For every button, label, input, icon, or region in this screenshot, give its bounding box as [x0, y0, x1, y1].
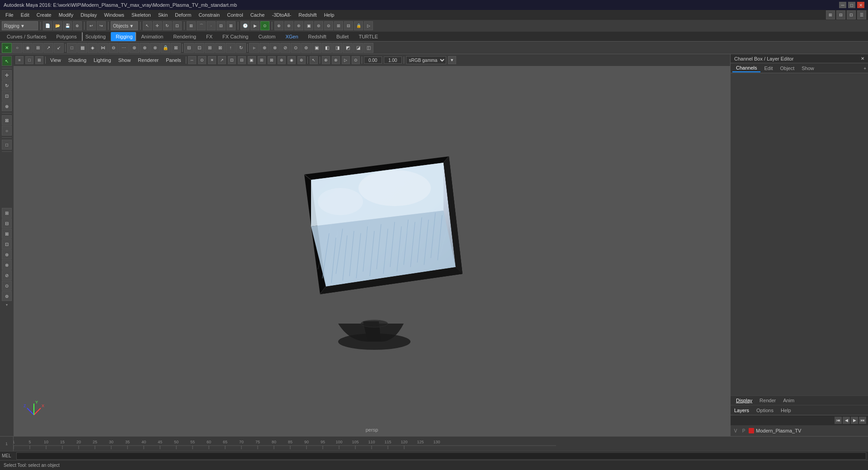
tb2-move-btn[interactable]: ↑	[226, 43, 236, 53]
tb2-xform-btn[interactable]: ⊠	[171, 43, 181, 53]
vp-icon13[interactable]: ↖	[310, 56, 318, 64]
vp-icon7[interactable]: ▣	[248, 56, 256, 64]
tool-extra[interactable]: ▼	[5, 303, 9, 306]
extra-btn9[interactable]: 🔒	[354, 21, 363, 30]
extra-btn6[interactable]: ⊝	[324, 21, 333, 30]
layer-next-btn[interactable]: ▶	[851, 417, 858, 424]
vp-menu-lighting[interactable]: Lighting	[91, 56, 114, 64]
tb2-nurbs-btn[interactable]: ⋯	[119, 43, 129, 53]
rp-tab-edit[interactable]: Edit	[760, 65, 776, 72]
render-btn[interactable]: ▶	[250, 21, 259, 30]
extra-btn5[interactable]: ⊜	[314, 21, 323, 30]
vp-icon2[interactable]: ⊙	[198, 56, 206, 64]
menu-control[interactable]: Control	[223, 11, 246, 19]
move-tool-btn[interactable]: ✛	[153, 21, 162, 30]
layout-icon-3[interactable]: ⊡	[847, 10, 856, 19]
menu-3dtall[interactable]: -3DtoAll-	[268, 11, 295, 19]
tb2-extra7[interactable]: ▣	[311, 43, 321, 53]
layer-icon-4[interactable]: ⊡	[2, 239, 12, 249]
rp-close-btn[interactable]: ✕	[861, 56, 864, 61]
snap-surface-btn[interactable]: ⊠	[226, 21, 236, 30]
layer-v[interactable]: V	[732, 428, 739, 433]
color-space-dropdown[interactable]: sRGB gamma	[406, 56, 446, 64]
tab-turtle[interactable]: TURTLE	[354, 32, 383, 41]
tool-rotate[interactable]: ↻	[2, 80, 12, 90]
snap-point-btn[interactable]: ·	[207, 21, 216, 30]
menu-skin[interactable]: Skin	[155, 11, 171, 19]
tb2-extra9[interactable]: ◨	[332, 43, 342, 53]
mode-dropdown[interactable]: Rigging ▼	[2, 21, 38, 30]
layer-icon-6[interactable]: ⊗	[2, 260, 12, 270]
layer-p[interactable]: P	[741, 428, 747, 433]
tb2-cam-btn[interactable]: □	[67, 43, 77, 53]
tb2-v1-btn[interactable]: ⊟	[184, 43, 194, 53]
tab-fx[interactable]: FX	[201, 32, 217, 41]
tb2-light-btn[interactable]: ◈	[88, 43, 98, 53]
tab-custom[interactable]: Custom	[254, 32, 281, 41]
vp-color-btn[interactable]: ▼	[448, 56, 456, 64]
layer-icon-8[interactable]: ⊙	[2, 281, 12, 291]
tab-rendering[interactable]: Rendering	[168, 32, 201, 41]
tb2-extra12[interactable]: ◫	[363, 43, 373, 53]
layer-icon-9[interactable]: ⊚	[2, 291, 12, 301]
rp-tab-object[interactable]: Object	[776, 65, 798, 72]
save-file-btn[interactable]: 💾	[63, 21, 72, 30]
objects-dropdown[interactable]: Objects ▼	[111, 21, 138, 30]
menu-help[interactable]: Help	[321, 11, 338, 19]
tool-universal[interactable]: ⊕	[2, 101, 12, 111]
tab-fx-caching[interactable]: FX Caching	[217, 32, 253, 41]
close-button[interactable]: ✕	[857, 2, 864, 8]
snap-grid-btn[interactable]: ⊞	[187, 21, 196, 30]
layer-icon-3[interactable]: ⊠	[2, 229, 12, 239]
tb2-v3-btn[interactable]: ⊞	[205, 43, 215, 53]
tb2-ctrl-btn[interactable]: ⊖	[108, 43, 118, 53]
tab-sculpting[interactable]: Sculpting	[82, 32, 111, 41]
layout-icon-1[interactable]: ⊞	[826, 10, 835, 19]
vp-icon11[interactable]: ◉	[288, 56, 296, 64]
tb2-extra4[interactable]: ⊘	[280, 43, 290, 53]
tb2-extra6[interactable]: ⊚	[301, 43, 311, 53]
tb2-smooth-btn[interactable]: ◉	[23, 43, 33, 53]
maximize-button[interactable]: □	[848, 2, 855, 8]
vp-full-btn[interactable]: □	[25, 56, 33, 64]
tool-show-manip[interactable]: □	[2, 140, 12, 150]
vp-icon1[interactable]: ↔	[188, 56, 196, 64]
rp-sub-options[interactable]: Options	[755, 407, 775, 414]
new-file-btn[interactable]: 📄	[43, 21, 52, 30]
menu-redshift[interactable]: Redshift	[295, 11, 320, 19]
tool-sculpt[interactable]: ○	[2, 126, 12, 136]
vp-settings-btn[interactable]: ≡	[15, 56, 24, 64]
vp-menu-view[interactable]: View	[47, 56, 64, 64]
vp-grid-btn[interactable]: ⊞	[35, 56, 43, 64]
menu-windows[interactable]: Windows	[100, 11, 128, 19]
gamma-input[interactable]	[384, 56, 402, 64]
vp-menu-panels[interactable]: Panels	[163, 56, 184, 64]
tb2-snap-btn[interactable]: ⊗	[150, 43, 160, 53]
vp-icon17[interactable]: ⊙	[352, 56, 360, 64]
vp-menu-show[interactable]: Show	[116, 56, 134, 64]
layer-tab-anim[interactable]: Anim	[779, 397, 798, 404]
tb2-extra2[interactable]: ⊕	[259, 43, 269, 53]
layer-icon-7[interactable]: ⊘	[2, 270, 12, 280]
layer-first-btn[interactable]: ⏮	[835, 417, 842, 424]
redo-btn[interactable]: ↪	[97, 21, 106, 30]
vp-icon3[interactable]: ☀	[208, 56, 216, 64]
exposure-input[interactable]	[364, 56, 382, 64]
menu-file[interactable]: File	[2, 11, 17, 19]
extra-btn2[interactable]: ⊗	[284, 21, 293, 30]
layer-icon-1[interactable]: ⊞	[2, 208, 12, 218]
tb2-iso-btn[interactable]: ⊕	[140, 43, 150, 53]
tool-scale[interactable]: ⊡	[2, 91, 12, 101]
menu-cache[interactable]: Cache	[247, 11, 269, 19]
tab-polygons[interactable]: Polygons	[51, 32, 81, 41]
vp-icon15[interactable]: ⊗	[332, 56, 340, 64]
rp-tab-show[interactable]: Show	[798, 65, 818, 72]
tb2-point-btn[interactable]: ↗	[43, 43, 53, 53]
scale-tool-btn[interactable]: ⊡	[173, 21, 182, 30]
tab-curves-surfaces[interactable]: Curves / Surfaces	[2, 32, 51, 41]
layer-tab-display[interactable]: Display	[732, 397, 756, 404]
vp-icon9[interactable]: ⊠	[268, 56, 276, 64]
tool-soft-mod[interactable]: ⊠	[2, 115, 12, 125]
layout-icon-4[interactable]: ☰	[857, 10, 866, 19]
vp-icon12[interactable]: ⊛	[297, 56, 306, 64]
